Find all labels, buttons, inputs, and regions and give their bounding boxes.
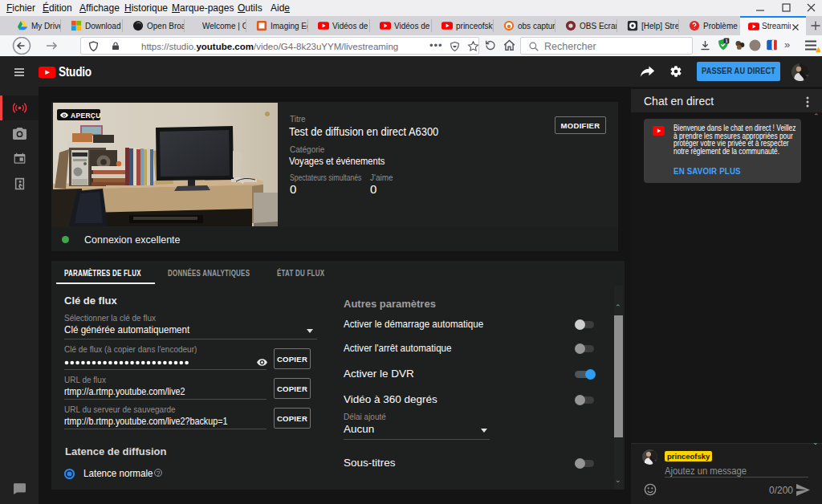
svg-text:1: 1: [725, 39, 727, 43]
